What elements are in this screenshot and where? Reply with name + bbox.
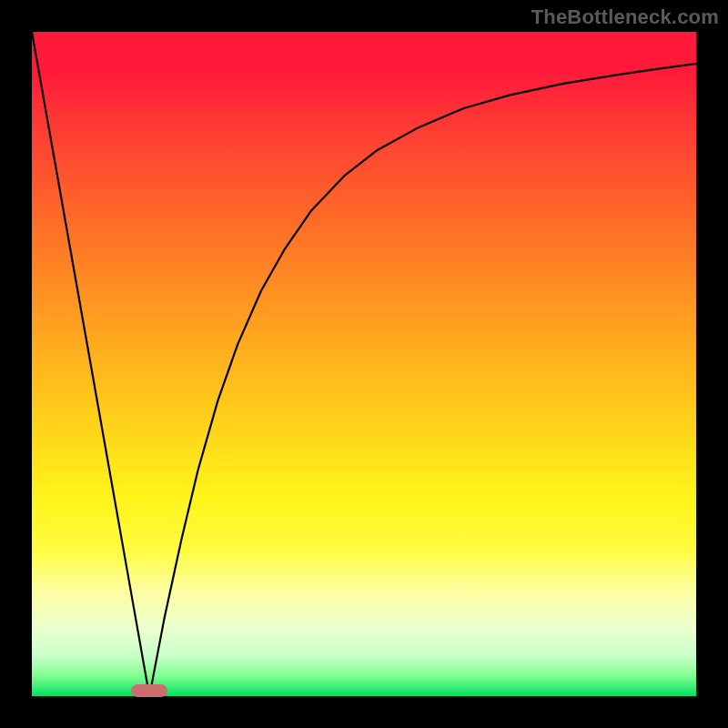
chart-frame: TheBottleneck.com (0, 0, 728, 728)
plot-area (32, 32, 696, 696)
curve-layer (32, 32, 696, 696)
curve-left-branch (32, 32, 149, 696)
watermark-label: TheBottleneck.com (531, 5, 719, 29)
curve-right-branch (149, 64, 696, 696)
minimum-marker (131, 684, 167, 697)
